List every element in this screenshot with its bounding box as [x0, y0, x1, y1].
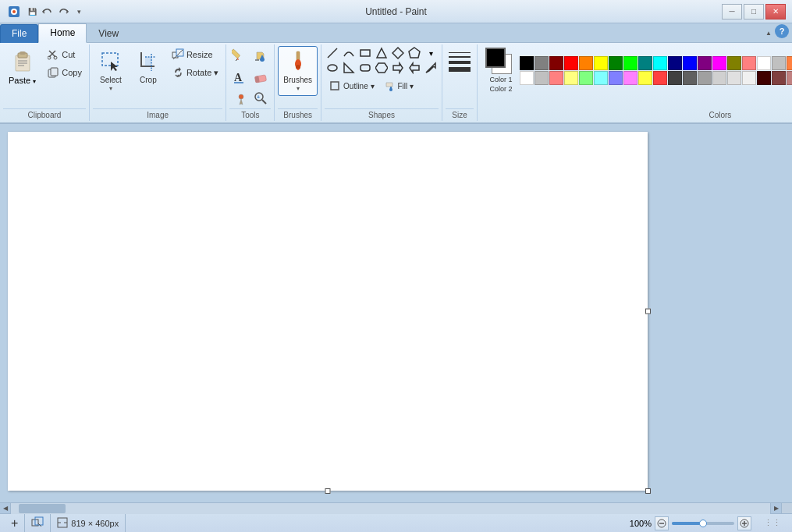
- tab-file[interactable]: File: [0, 24, 38, 43]
- scrollbar-thumb[interactable]: [19, 504, 66, 513]
- ribbon-collapse-btn[interactable]: ▲: [762, 27, 775, 39]
- scroll-left-btn[interactable]: ◀: [0, 503, 11, 514]
- palette-color-1-13[interactable]: [712, 71, 726, 85]
- palette-color-0-13[interactable]: [712, 56, 726, 70]
- size-line-4[interactable]: [449, 67, 471, 72]
- palette-color-0-14[interactable]: [727, 56, 741, 70]
- shape-diagonal-line[interactable]: [325, 46, 340, 60]
- resize-handle-bottom[interactable]: [325, 488, 331, 494]
- shape-rectangle[interactable]: [357, 46, 373, 60]
- size-line-3[interactable]: [449, 61, 471, 64]
- shape-triangle[interactable]: [374, 46, 389, 60]
- shape-arrow-upright[interactable]: [423, 61, 439, 75]
- palette-color-1-2[interactable]: [549, 71, 563, 85]
- shape-curve[interactable]: [341, 46, 357, 60]
- palette-color-1-0[interactable]: [520, 71, 534, 85]
- magnify-tool[interactable]: +: [250, 88, 271, 108]
- palette-color-1-10[interactable]: [668, 71, 682, 85]
- scroll-right-btn[interactable]: ▶: [770, 503, 781, 514]
- palette-color-0-2[interactable]: [549, 56, 563, 70]
- shape-right-triangle[interactable]: [341, 61, 357, 75]
- palette-color-0-1[interactable]: [535, 56, 549, 70]
- fill-button[interactable]: Fill ▾: [379, 77, 418, 94]
- zoom-out-button[interactable]: [655, 516, 669, 530]
- palette-color-1-14[interactable]: [727, 71, 741, 85]
- zoom-in-button[interactable]: [737, 516, 751, 530]
- shape-arrow-right[interactable]: [390, 61, 406, 75]
- palette-color-1-5[interactable]: [594, 71, 608, 85]
- outline-button[interactable]: Outline ▾: [325, 77, 378, 94]
- palette-color-1-18[interactable]: [787, 71, 792, 85]
- close-button[interactable]: ✕: [765, 4, 786, 20]
- palette-color-0-6[interactable]: [609, 56, 623, 70]
- palette-color-1-12[interactable]: [698, 71, 712, 85]
- pencil-tool[interactable]: [229, 46, 250, 66]
- palette-color-1-4[interactable]: [579, 71, 593, 85]
- palette-color-1-8[interactable]: [638, 71, 652, 85]
- add-icon[interactable]: +: [11, 516, 18, 530]
- shapes-more-btn[interactable]: ▾: [423, 46, 439, 60]
- eraser-tool[interactable]: [250, 67, 271, 87]
- shape-pentagon[interactable]: [407, 46, 422, 60]
- palette-color-0-0[interactable]: [520, 56, 534, 70]
- resize-handle-corner[interactable]: [645, 488, 651, 494]
- paste-button[interactable]: Paste ▾: [3, 46, 41, 88]
- shape-arrow-left[interactable]: [407, 61, 422, 75]
- help-button[interactable]: ?: [775, 24, 789, 38]
- size-line-2[interactable]: [449, 56, 471, 58]
- palette-color-1-7[interactable]: [623, 71, 638, 85]
- select-button[interactable]: Select ▾: [93, 46, 129, 96]
- zoom-slider-thumb[interactable]: [699, 520, 707, 527]
- rotate-button[interactable]: Rotate ▾: [168, 64, 222, 81]
- palette-color-1-9[interactable]: [653, 71, 667, 85]
- palette-color-0-4[interactable]: [579, 56, 593, 70]
- shape-rounded-rect[interactable]: [357, 61, 373, 75]
- crop-button[interactable]: Crop: [130, 46, 166, 88]
- paint-canvas[interactable]: [8, 132, 648, 491]
- palette-color-0-18[interactable]: [787, 56, 792, 70]
- palette-color-0-11[interactable]: [683, 56, 697, 70]
- palette-color-0-3[interactable]: [564, 56, 578, 70]
- color-picker-tool[interactable]: [229, 88, 250, 108]
- palette-color-0-16[interactable]: [757, 56, 771, 70]
- minimize-button[interactable]: ─: [722, 4, 742, 20]
- palette-color-0-17[interactable]: [772, 56, 786, 70]
- cut-button[interactable]: Cut: [43, 46, 86, 63]
- color1-box[interactable]: [485, 48, 506, 68]
- copy-button[interactable]: Copy: [43, 64, 86, 81]
- shape-hexagon[interactable]: [374, 61, 389, 75]
- palette-color-1-3[interactable]: [564, 71, 578, 85]
- size-line-1[interactable]: [449, 52, 471, 53]
- palette-color-1-16[interactable]: [757, 71, 771, 85]
- zoom-slider[interactable]: [672, 522, 734, 525]
- palette-color-1-1[interactable]: [535, 71, 549, 85]
- fill-tool[interactable]: [250, 46, 271, 66]
- palette-color-1-15[interactable]: [742, 71, 756, 85]
- palette-color-0-15[interactable]: [742, 56, 756, 70]
- palette-color-0-7[interactable]: [623, 56, 638, 70]
- palette-color-1-11[interactable]: [683, 71, 697, 85]
- color2-label[interactable]: Color 2: [490, 85, 513, 93]
- dropdown-quick-btn[interactable]: ▾: [72, 5, 86, 19]
- redo-quick-btn[interactable]: [56, 5, 70, 19]
- palette-color-0-8[interactable]: [638, 56, 652, 70]
- palette-color-1-6[interactable]: [609, 71, 623, 85]
- maximize-button[interactable]: □: [744, 4, 764, 20]
- canvas-container[interactable]: [0, 124, 792, 502]
- resize-handle-right[interactable]: [645, 309, 651, 314]
- text-tool[interactable]: A: [229, 67, 250, 87]
- tab-home[interactable]: Home: [38, 23, 87, 43]
- palette-color-0-10[interactable]: [668, 56, 682, 70]
- undo-quick-btn[interactable]: [41, 5, 55, 19]
- shape-ellipse[interactable]: [325, 61, 340, 75]
- resize-button[interactable]: Resize: [168, 46, 222, 63]
- color1-label[interactable]: Color 1: [490, 76, 513, 83]
- palette-color-0-5[interactable]: [594, 56, 608, 70]
- palette-color-1-17[interactable]: [772, 71, 786, 85]
- save-quick-btn[interactable]: 💾: [25, 5, 39, 19]
- horizontal-scrollbar[interactable]: ◀ ▶: [0, 502, 792, 513]
- shape-diamond[interactable]: [390, 46, 406, 60]
- palette-color-0-9[interactable]: [653, 56, 667, 70]
- scrollbar-track[interactable]: [11, 503, 770, 514]
- palette-color-0-12[interactable]: [698, 56, 712, 70]
